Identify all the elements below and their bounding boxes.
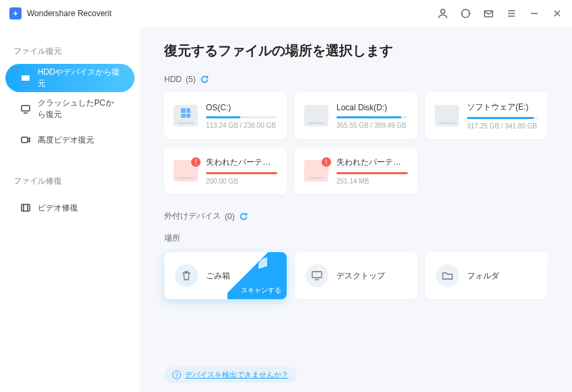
external-section-head: 外付けデバイス (0) — [164, 210, 548, 222]
titlebar: Wondershare Recoverit — [0, 0, 572, 27]
page-title: 復元するファイルの場所を選択します — [164, 42, 548, 60]
monitor-icon — [20, 104, 31, 114]
drive-card-2[interactable]: ソフトウェア(E:)317.25 GB / 341.80 GB — [425, 92, 548, 139]
menu-icon[interactable] — [506, 8, 517, 19]
drive-size: 251.14 MB — [336, 178, 408, 185]
location-card-2[interactable]: フォルダ — [425, 252, 548, 299]
location-section-head: 場所 — [164, 233, 548, 244]
sidebar-group-recovery: ファイル復元 — [0, 40, 140, 64]
location-section-label: 場所 — [164, 233, 180, 244]
user-icon[interactable] — [437, 8, 448, 19]
drive-usage-bar — [467, 117, 538, 119]
close-icon[interactable] — [552, 8, 563, 19]
folder-icon — [436, 264, 459, 287]
drive-name: ソフトウェア(E:) — [467, 102, 538, 113]
drive-icon — [435, 105, 459, 126]
titlebar-controls — [437, 8, 563, 19]
external-section-label: 外付けデバイス — [164, 210, 221, 222]
trash-icon — [175, 264, 198, 287]
question-icon: ? — [172, 370, 181, 379]
support-icon[interactable] — [460, 8, 471, 19]
hdd-section-count: (5) — [186, 75, 196, 84]
sidebar-item-0[interactable]: ビデオ修復 — [5, 194, 135, 222]
scan-label: スキャンする — [241, 286, 281, 295]
svg-point-0 — [441, 9, 445, 13]
sidebar-item-label: 高度ビデオ復元 — [38, 134, 94, 146]
sidebar-group-repair: ファイル修復 — [0, 170, 140, 194]
svg-rect-7 — [312, 272, 322, 278]
sidebar-item-1[interactable]: クラッシュしたPCから復元 — [5, 95, 135, 123]
hint-pill[interactable]: ? デバイスを検出できませんか？ — [164, 367, 297, 383]
drive-card-1[interactable]: Local Disk(D:)355.55 GB / 389.49 GB — [295, 92, 417, 139]
drive-usage-bar — [206, 116, 277, 118]
hdd-section-head: HDD (5) — [164, 75, 548, 84]
titlebar-left: Wondershare Recoverit — [9, 7, 112, 19]
sidebar-item-label: クラッシュしたPCから復元 — [38, 97, 120, 120]
sidebar-item-label: ビデオ修復 — [38, 202, 78, 214]
scan-button[interactable]: スキャンする — [227, 252, 287, 299]
drive-usage-bar — [206, 172, 277, 174]
svg-rect-4 — [22, 106, 30, 111]
app-logo-icon — [9, 7, 22, 19]
mail-icon[interactable] — [483, 8, 494, 19]
drive-card-4[interactable]: !失われたパーティション 2251.14 MB — [295, 147, 417, 194]
refresh-icon[interactable] — [200, 75, 209, 84]
video-icon — [20, 134, 31, 145]
drive-name: 失われたパーティション 1 — [206, 157, 277, 168]
refresh-external-icon[interactable] — [239, 212, 248, 221]
drive-name: 失われたパーティション 2 — [336, 157, 408, 168]
drive-size: 200.00 GB — [206, 178, 277, 185]
film-icon — [20, 202, 31, 213]
hdd-section-label: HDD — [164, 75, 182, 84]
drive-usage-bar — [336, 172, 408, 174]
drive-icon: ! — [304, 160, 328, 182]
minimize-icon[interactable] — [529, 8, 540, 19]
drive-usage-bar — [336, 116, 408, 118]
drive-size: 355.55 GB / 389.49 GB — [336, 122, 408, 129]
sidebar-item-2[interactable]: 高度ビデオ復元 — [5, 126, 135, 154]
location-name: フォルダ — [467, 270, 499, 282]
hint-link[interactable]: デバイスを検出できませんか？ — [185, 370, 289, 380]
hdd-icon — [20, 73, 31, 83]
drive-icon — [304, 105, 328, 126]
drive-size: 317.25 GB / 341.80 GB — [467, 122, 538, 130]
sidebar: ファイル復元 HDDやデバイスから復元クラッシュしたPCから復元高度ビデオ復元 … — [0, 27, 140, 392]
drive-icon: ! — [174, 160, 198, 182]
drive-card-3[interactable]: !失われたパーティション 1200.00 GB — [164, 147, 287, 194]
location-card-0[interactable]: ごみ箱スキャンする — [164, 252, 287, 299]
drives-grid: OS(C:)113.24 GB / 238.00 GBLocal Disk(D:… — [164, 92, 548, 194]
svg-rect-5 — [22, 137, 28, 143]
location-name: デスクトップ — [336, 270, 385, 282]
svg-rect-6 — [22, 204, 30, 211]
external-section-count: (0) — [225, 212, 235, 221]
sidebar-item-0[interactable]: HDDやデバイスから復元 — [5, 64, 135, 92]
drive-icon — [174, 105, 198, 126]
drive-card-0[interactable]: OS(C:)113.24 GB / 238.00 GB — [164, 92, 287, 139]
desktop-icon — [306, 264, 328, 287]
location-card-1[interactable]: デスクトップ — [295, 252, 417, 299]
location-name: ごみ箱 — [206, 270, 230, 282]
content-area: 復元するファイルの場所を選択します HDD (5) OS(C:)113.24 G… — [140, 27, 572, 392]
locations-grid: ごみ箱スキャンするデスクトップフォルダ — [164, 252, 548, 299]
app-title: Wondershare Recoverit — [27, 9, 112, 18]
drive-name: OS(C:) — [206, 103, 277, 112]
svg-rect-3 — [22, 75, 30, 81]
sidebar-item-label: HDDやデバイスから復元 — [38, 67, 120, 89]
drive-name: Local Disk(D:) — [336, 103, 408, 112]
drive-size: 113.24 GB / 238.00 GB — [206, 122, 277, 129]
